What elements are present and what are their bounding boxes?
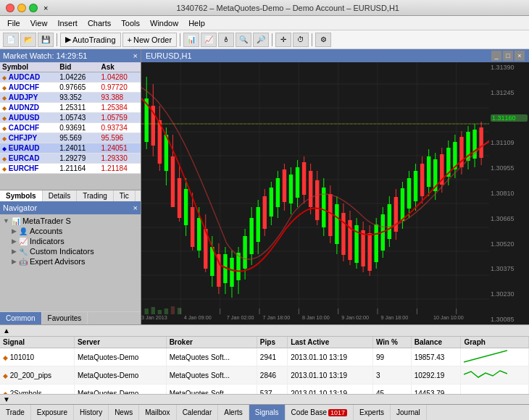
tab-trading[interactable]: Trading [77,190,114,201]
autotrading-button[interactable]: ▶ AutoTrading [60,33,121,47]
signal-cell-name: ◆ 101010 [0,348,74,366]
tab-details[interactable]: Details [43,190,78,201]
mw-cell-ask: 1.21184 [99,164,141,174]
menu-help[interactable]: Help [184,17,209,29]
tab-journal[interactable]: Journal [391,405,427,420]
signal-row[interactable]: ◆ 101010 MetaQuotes-Demo MetaQuotes Soft… [0,348,529,366]
tab-trade[interactable]: Trade [0,405,31,420]
crosshair-icon[interactable]: ✛ [275,33,291,47]
chart-candle-icon[interactable]: 🕯 [218,33,234,47]
col-signal: Signal [0,337,74,348]
signal-row[interactable]: ◆ 20_200_pips MetaQuotes-Demo MetaQuotes… [0,366,529,385]
chart-bar-icon[interactable]: 📊 [183,33,199,47]
price-label-7: 1.30520 [491,240,528,248]
tab-symbols[interactable]: Symbols [0,190,43,201]
svg-rect-69 [302,162,306,195]
market-watch-tabs: Symbols Details Trading Tic [0,190,141,201]
menu-window[interactable]: Window [146,17,183,29]
menu-charts[interactable]: Charts [83,17,115,29]
title-bar: × 1340762 – MetaQuotes-Demo – Demo Accou… [0,0,529,16]
price-label-2: 1.31160 [491,114,528,122]
toolbar-open-icon[interactable]: 📂 [20,33,36,47]
period-icon[interactable]: ⏱ [293,33,309,47]
tab-mailbox[interactable]: Mailbox [139,405,176,420]
window-controls[interactable] [6,4,38,12]
tab-code-base[interactable]: Code Base1017 [286,405,354,420]
settings-icon[interactable]: ⚙ [315,33,331,47]
mw-cell-ask: 0.93734 [99,123,141,133]
nav-item-metatrader[interactable]: ▼ 📊 MetaTrader S [1,216,139,226]
signal-cell-server: MetaQuotes-Demo [74,366,166,385]
chart-min-btn[interactable]: _ [491,51,501,61]
zoom-in-icon[interactable]: 🔍 [236,33,251,47]
nav-icon-indicators: 📈 [19,238,28,245]
signal-cell-win-pct: 3 [372,366,411,385]
market-watch-row[interactable]: ◆ EURCAD 1.29279 1.29330 [0,154,141,164]
market-watch-close[interactable]: × [133,51,138,60]
menu-insert[interactable]: Insert [53,17,82,29]
tab-calendar[interactable]: Calendar [177,405,219,420]
chart-svg: 3 Jan 2013 4 Jan 09:00 7 Jan 02:00 7 Jan… [141,62,489,324]
nav-icon-experts: 🤖 [19,258,28,266]
nav-tab-common[interactable]: Common [0,312,42,324]
chart-canvas[interactable]: 3 Jan 2013 4 Jan 09:00 7 Jan 02:00 7 Jan… [141,62,489,324]
autotrading-icon: ▶ [65,35,71,44]
market-watch-row[interactable]: ◆ AUDUSD 1.05743 1.05759 [0,113,141,123]
market-watch-row[interactable]: ◆ AUDCHF 0.97665 0.97720 [0,83,141,93]
tab-signals[interactable]: Signals [249,405,286,420]
signal-cell-graph [461,366,529,385]
menu-tools[interactable]: Tools [117,17,144,29]
scroll-down-icon[interactable]: ▼ [3,395,10,403]
nav-tab-favourites[interactable]: Favourites [42,312,88,324]
scroll-up-icon[interactable]: ▲ [3,327,13,335]
minimize-button[interactable] [17,4,26,12]
market-watch-row[interactable]: ◆ EURCHF 1.21164 1.21184 [0,164,141,174]
navigator-close[interactable]: × [133,203,138,212]
market-watch-row[interactable]: ◆ AUDNZD 1.25311 1.25384 [0,103,141,113]
tab-ticks[interactable]: Tic [114,190,136,201]
svg-rect-89 [367,233,371,271]
nav-item-custom-indicators[interactable]: ▶ 🔧 Custom Indicators [1,246,139,256]
chart-max-btn[interactable]: □ [503,51,513,61]
menu-file[interactable]: File [3,17,25,29]
mw-cell-ask: 1.04280 [99,72,141,83]
tab-news[interactable]: News [109,405,139,420]
signal-row[interactable]: ◆ 2Symbols MetaQuotes-Demo MetaQuotes So… [0,385,529,395]
market-watch-row[interactable]: ◆ AUDCAD 1.04226 1.04280 [0,72,141,83]
tab-history[interactable]: History [74,405,109,420]
tab-experts[interactable]: Experts [354,405,391,420]
tab-alerts[interactable]: Alerts [218,405,249,420]
maximize-button[interactable] [29,4,38,12]
price-label-8: 1.30375 [491,265,528,272]
svg-rect-31 [178,178,181,218]
mw-cell-bid: 93.352 [57,93,99,103]
toolbar-new-icon[interactable]: 📄 [3,33,19,47]
nav-item-indicators[interactable]: ▶ 📈 Indicators [1,236,139,246]
new-order-button[interactable]: + New Order [122,33,178,47]
tab-exposure[interactable]: Exposure [31,405,74,420]
mw-col-ask: Ask [99,62,141,72]
market-watch-row[interactable]: ◆ EURAUD 1.24011 1.24051 [0,143,141,154]
col-broker: Broker [166,337,257,348]
chart-close-btn[interactable]: × [515,51,525,61]
toolbar-separator-4 [312,33,312,46]
col-balance: Balance [411,337,461,348]
signal-cell-last-active: 2013.01.10 13:19 [288,366,373,385]
expand-icon-accounts: ▶ [12,227,17,235]
nav-icon-accounts: 👤 [19,227,28,235]
signals-area: ▲ Signal Server Broker Pips Last Active … [0,324,529,404]
mw-cell-ask: 1.29330 [99,154,141,164]
menu-view[interactable]: View [26,17,52,29]
signal-cell-broker: MetaQuotes Soft... [166,385,257,395]
svg-text:10 Jan 10:00: 10 Jan 10:00 [433,314,464,321]
market-watch-row[interactable]: ◆ CHFJPY 95.569 95.596 [0,133,141,143]
close-button[interactable] [6,4,14,12]
nav-item-expert-advisors[interactable]: ▶ 🤖 Expert Advisors [1,256,139,266]
toolbar-save-icon[interactable]: 💾 [38,33,54,47]
chart-line-icon[interactable]: 📈 [201,33,217,47]
zoom-out-icon[interactable]: 🔎 [253,33,269,47]
nav-item-accounts[interactable]: ▶ 👤 Accounts [1,226,139,236]
mw-cell-symbol: ◆ EURAUD [0,143,57,154]
market-watch-row[interactable]: ◆ AUDJPY 93.352 93.388 [0,93,141,103]
market-watch-row[interactable]: ◆ CADCHF 0.93691 0.93734 [0,123,141,133]
